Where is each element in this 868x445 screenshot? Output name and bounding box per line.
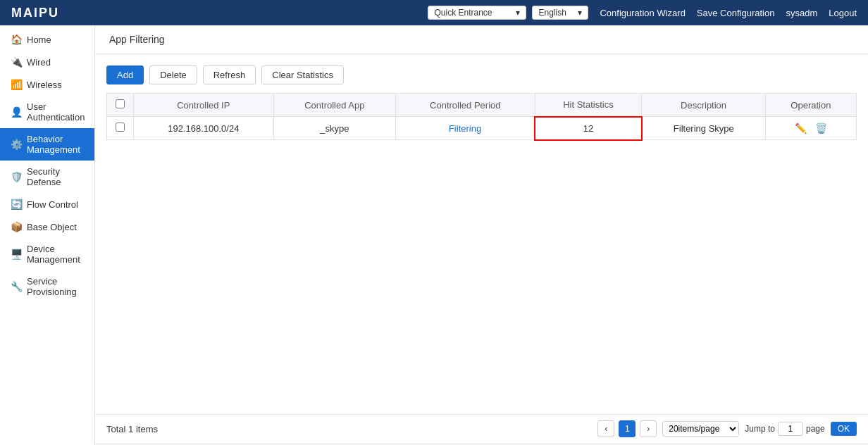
- sidebar-label-wireless: Wireless: [27, 80, 62, 90]
- wired-icon: 🔌: [11, 56, 23, 68]
- service-icon: 🔧: [11, 281, 23, 292]
- total-items-label: Total 1 items: [106, 424, 158, 434]
- page-1-button[interactable]: 1: [619, 420, 636, 437]
- jump-to-section: Jump to page: [745, 422, 824, 436]
- sidebar-label-behavior-mgmt: Behavior Management: [27, 134, 86, 155]
- sidebar-label-base-object: Base Object: [27, 222, 77, 232]
- page-label: page: [806, 424, 825, 434]
- top-navigation: MAIPU Quick Entrance ▾ English ▾ Configu…: [0, 0, 868, 25]
- behavior-icon: ⚙️: [11, 139, 23, 150]
- sidebar-item-home[interactable]: 🏠 Home: [0, 28, 94, 51]
- chevron-down-icon: ▾: [578, 8, 582, 18]
- nav-links: Configuration Wizard Save Configuration …: [600, 8, 857, 18]
- pagination: ‹ 1 ›: [597, 420, 657, 437]
- sidebar-item-behavior-management[interactable]: ⚙️ Behavior Management: [0, 128, 94, 161]
- sidebar: 🏠 Home 🔌 Wired 📶 Wireless 👤 User Authent…: [0, 25, 95, 445]
- clear-statistics-button[interactable]: Clear Statistics: [261, 65, 344, 84]
- user-icon: 👤: [11, 106, 23, 118]
- configuration-wizard-link[interactable]: Configuration Wizard: [600, 8, 685, 18]
- base-object-icon: 📦: [11, 221, 23, 232]
- logout-link[interactable]: Logout: [829, 8, 857, 18]
- delete-row-button[interactable]: 🗑️: [815, 123, 827, 134]
- table-row: 192.168.100.0/24 _skype Filtering 12 Fil: [107, 117, 857, 140]
- logo: MAIPU: [11, 6, 59, 20]
- jump-to-label: Jump to: [745, 424, 775, 434]
- row-checkbox-cell: [107, 117, 134, 140]
- quick-entrance-dropdown[interactable]: Quick Entrance ▾: [428, 6, 526, 20]
- chevron-down-icon: ▾: [516, 8, 520, 18]
- page-title: App Filtering: [109, 34, 165, 45]
- user-account-link[interactable]: sysadm: [786, 8, 817, 18]
- sidebar-item-flow-control[interactable]: 🔄 Flow Control: [0, 193, 94, 215]
- row-checkbox[interactable]: [116, 123, 125, 132]
- th-controlled-app: Controlled App: [273, 94, 396, 117]
- jump-to-input[interactable]: [778, 422, 803, 436]
- operation-cell: ✏️ 🗑️: [765, 117, 856, 140]
- delete-button[interactable]: Delete: [149, 65, 197, 84]
- th-hit-statistics: Hit Statistics: [535, 94, 642, 117]
- edit-button[interactable]: ✏️: [795, 123, 807, 134]
- th-description: Description: [642, 94, 765, 117]
- sidebar-item-service-provisioning[interactable]: 🔧 Service Provisioning: [0, 270, 94, 303]
- th-checkbox: [107, 94, 134, 117]
- th-controlled-ip: Controlled IP: [134, 94, 274, 117]
- next-page-button[interactable]: ›: [640, 420, 657, 437]
- sidebar-label-service-prov: Service Provisioning: [27, 276, 86, 297]
- select-all-checkbox[interactable]: [116, 99, 125, 108]
- controlled-app-cell: _skype: [273, 117, 396, 140]
- flow-icon: 🔄: [11, 199, 23, 210]
- sidebar-item-security-defense[interactable]: 🛡️ Security Defense: [0, 161, 94, 193]
- hit-statistics-cell: 12: [535, 117, 642, 140]
- quick-entrance-label: Quick Entrance: [434, 8, 492, 18]
- refresh-button[interactable]: Refresh: [203, 65, 256, 84]
- page-body: Add Delete Refresh Clear Statistics Cont…: [95, 54, 868, 443]
- sidebar-item-wired[interactable]: 🔌 Wired: [0, 51, 94, 73]
- security-icon: 🛡️: [11, 171, 23, 182]
- language-dropdown[interactable]: English ▾: [532, 6, 588, 20]
- app-filtering-table: Controlled IP Controlled App Controlled …: [106, 93, 857, 141]
- sidebar-label-device-mgmt: Device Management: [27, 244, 86, 265]
- ok-button[interactable]: OK: [831, 422, 857, 436]
- toolbar: Add Delete Refresh Clear Statistics: [106, 65, 857, 84]
- content-area: App Filtering Add Delete Refresh Clear S…: [95, 25, 868, 445]
- prev-page-button[interactable]: ‹: [597, 420, 614, 437]
- page-header: App Filtering: [95, 25, 868, 54]
- device-icon: 🖥️: [11, 249, 23, 260]
- sidebar-label-wired: Wired: [27, 57, 51, 68]
- page-footer: Total 1 items ‹ 1 › 20items/page 50items…: [95, 414, 868, 443]
- language-label: English: [538, 8, 566, 18]
- home-icon: 🏠: [11, 34, 23, 45]
- main-layout: 🏠 Home 🔌 Wired 📶 Wireless 👤 User Authent…: [0, 25, 868, 445]
- sidebar-item-wireless[interactable]: 📶 Wireless: [0, 73, 94, 96]
- page-size-select[interactable]: 20items/page 50items/page 100items/page: [662, 421, 739, 437]
- wireless-icon: 📶: [11, 79, 23, 90]
- sidebar-label-home: Home: [27, 35, 51, 45]
- add-button[interactable]: Add: [106, 65, 144, 84]
- sidebar-item-user-authentication[interactable]: 👤 User Authentication: [0, 96, 94, 128]
- th-operation: Operation: [765, 94, 856, 117]
- save-configuration-link[interactable]: Save Configuration: [697, 8, 775, 18]
- sidebar-item-base-object[interactable]: 📦 Base Object: [0, 215, 94, 238]
- controlled-period-cell: Filtering: [396, 117, 535, 140]
- sidebar-item-device-management[interactable]: 🖥️ Device Management: [0, 238, 94, 270]
- logo-text: MAIPU: [11, 6, 59, 20]
- description-cell: Filtering Skype: [642, 117, 765, 140]
- sidebar-label-flow-control: Flow Control: [27, 199, 78, 210]
- controlled-ip-cell: 192.168.100.0/24: [134, 117, 274, 140]
- sidebar-label-user-auth: User Authentication: [27, 101, 86, 123]
- th-controlled-period: Controlled Period: [396, 94, 535, 117]
- sidebar-label-security-defense: Security Defense: [27, 166, 86, 187]
